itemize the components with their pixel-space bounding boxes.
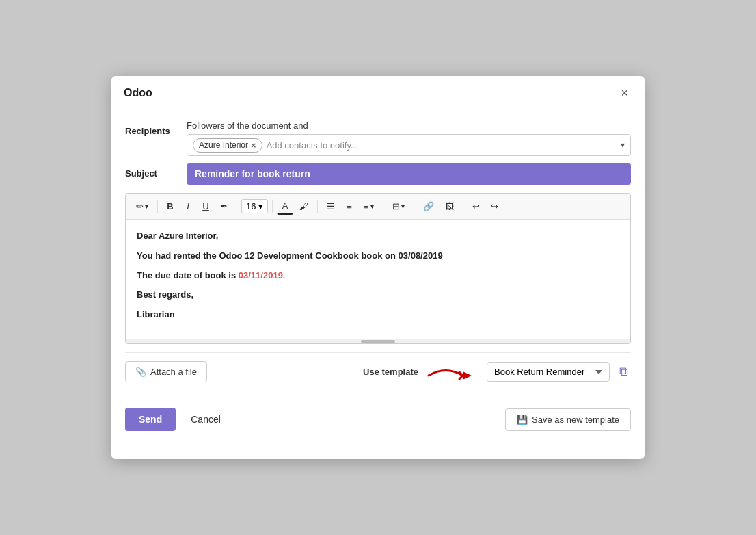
text-color-button[interactable]: A <box>277 198 293 215</box>
cancel-button[interactable]: Cancel <box>183 408 229 431</box>
image-button[interactable]: 🖼 <box>440 198 459 214</box>
dialog-header: Odoo × <box>111 76 645 109</box>
dialog-body: Recipients Followers of the document and… <box>111 109 645 445</box>
scrollbar-hint <box>126 339 630 343</box>
external-link-icon: ⧉ <box>619 365 628 378</box>
separator-4 <box>317 200 318 213</box>
body-line1: You had rented the Odoo 12 Development C… <box>137 249 619 263</box>
arrow-hint-icon <box>425 362 480 382</box>
save-template-label: Save as new template <box>532 415 619 425</box>
redo-button[interactable]: ↪ <box>486 198 503 214</box>
body-line1-plain: You had rented the <box>137 250 219 261</box>
separator-2 <box>237 200 237 213</box>
subject-input[interactable] <box>187 163 631 185</box>
footer-row: 📎 Attach a file Use template Book Return… <box>125 352 631 391</box>
dialog-title: Odoo <box>124 87 152 99</box>
scrollbar-thumb <box>361 340 395 343</box>
separator-6 <box>414 200 414 213</box>
body-line2: The due date of book is 03/11/2019. <box>137 269 619 283</box>
email-dialog: Odoo × Recipients Followers of the docum… <box>111 76 645 459</box>
editor-toolbar: ✏ ▾ B I U ✒ 16 ▾ A 🖌 ☰ ≡ ≡ ▾ ⊞ ▾ 🔗 🖼 <box>126 194 630 220</box>
body-line2-plain: The due date of book is <box>137 270 239 280</box>
svg-marker-0 <box>463 371 472 380</box>
highlight-button[interactable]: 🖌 <box>295 198 313 214</box>
separator-7 <box>463 200 463 213</box>
actions-left: Send Cancel <box>125 408 229 431</box>
email-editor: ✏ ▾ B I U ✒ 16 ▾ A 🖌 ☰ ≡ ≡ ▾ ⊞ ▾ 🔗 🖼 <box>125 193 631 344</box>
font-size-button[interactable]: 16 ▾ <box>241 199 268 213</box>
undo-button[interactable]: ↩ <box>468 198 485 214</box>
bold-button[interactable]: B <box>162 198 178 214</box>
paperclip-icon: 📎 <box>135 367 146 377</box>
recipients-label: Recipients <box>125 120 187 136</box>
pencil-button[interactable]: ✏ ▾ <box>131 198 153 214</box>
dialog-actions: Send Cancel 💾 Save as new template <box>125 401 631 434</box>
separator-1 <box>157 200 158 213</box>
underline-button[interactable]: U <box>198 198 214 214</box>
body-line1-bold: Odoo 12 Development Cookbook <box>219 250 358 261</box>
recipients-placeholder[interactable]: Add contacts to notify... <box>267 140 617 151</box>
template-external-link-button[interactable]: ⧉ <box>617 362 631 382</box>
recipients-row: Recipients Followers of the document and… <box>125 120 631 156</box>
dropdown-arrow-icon[interactable]: ▾ <box>621 140 625 150</box>
email-body[interactable]: Dear Azure Interior, You had rented the … <box>126 220 630 339</box>
close-button[interactable]: × <box>617 86 632 101</box>
subject-row: Subject <box>125 163 631 185</box>
attach-file-button[interactable]: 📎 Attach a file <box>125 361 207 382</box>
align-button[interactable]: ≡ ▾ <box>359 198 379 214</box>
template-select[interactable]: Book Return Reminder Late Fee Notice Gen… <box>487 362 610 382</box>
recipients-description: Followers of the document and <box>187 120 631 131</box>
subject-label: Subject <box>125 163 187 179</box>
recipients-content: Followers of the document and Azure Inte… <box>187 120 631 156</box>
tag-label: Azure Interior <box>199 140 248 150</box>
template-section: Use template Book Return Reminder Late F… <box>363 362 631 382</box>
tag-remove-button[interactable]: × <box>251 140 256 151</box>
link-button[interactable]: 🔗 <box>418 198 439 214</box>
table-button[interactable]: ⊞ ▾ <box>388 198 409 214</box>
body-sign2: Librarian <box>137 308 619 322</box>
send-button[interactable]: Send <box>125 408 176 431</box>
save-icon: 💾 <box>517 415 528 425</box>
greeting-text: Dear Azure Interior, <box>137 231 218 241</box>
italic-button[interactable]: I <box>180 198 196 214</box>
template-label: Use template <box>363 367 418 377</box>
attach-label: Attach a file <box>150 367 197 377</box>
save-template-button[interactable]: 💾 Save as new template <box>505 408 631 431</box>
separator-5 <box>383 200 383 213</box>
body-line2-red: 03/11/2019. <box>239 270 286 280</box>
body-line1-plain2: book on 03/08/2019 <box>359 250 443 261</box>
list-ol-button[interactable]: ≡ <box>341 198 357 214</box>
list-ul-button[interactable]: ☰ <box>322 198 340 214</box>
separator-3 <box>272 200 273 213</box>
recipients-input[interactable]: Azure Interior × Add contacts to notify.… <box>187 134 631 156</box>
body-sign1: Best regards, <box>137 288 619 302</box>
eraser-button[interactable]: ✒ <box>215 198 232 214</box>
recipient-tag[interactable]: Azure Interior × <box>193 138 262 153</box>
subject-content <box>187 163 631 185</box>
